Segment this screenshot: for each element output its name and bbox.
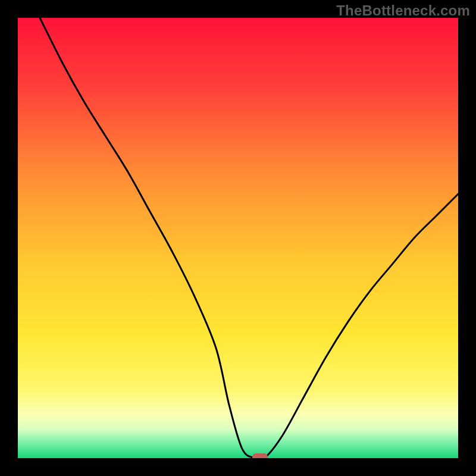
watermark-text: TheBottleneck.com — [336, 2, 470, 19]
chart-frame: TheBottleneck.com — [0, 0, 476, 476]
gradient-background — [18, 18, 458, 458]
chart-svg — [18, 18, 458, 458]
optimal-point-marker — [252, 453, 268, 458]
plot-area — [18, 18, 458, 458]
